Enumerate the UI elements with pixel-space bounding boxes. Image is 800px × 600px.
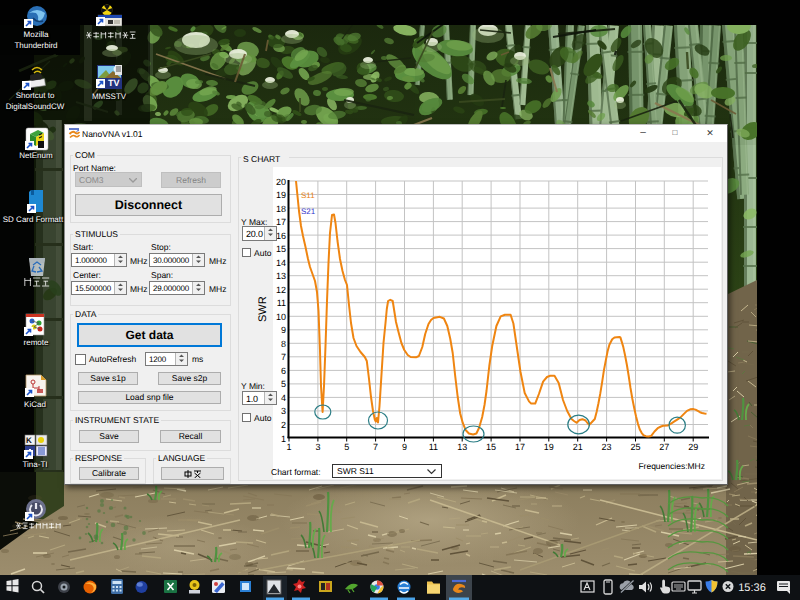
svg-text:S21: S21 bbox=[301, 207, 316, 216]
svg-text:17: 17 bbox=[515, 442, 525, 452]
svg-text:S CHART: S CHART bbox=[243, 156, 280, 164]
svg-text:11: 11 bbox=[277, 298, 286, 308]
svg-text:11: 11 bbox=[429, 442, 438, 452]
svg-text:3: 3 bbox=[315, 442, 320, 452]
svg-text:10: 10 bbox=[276, 312, 286, 322]
svg-text:12: 12 bbox=[276, 285, 286, 295]
svg-text:4: 4 bbox=[281, 393, 286, 403]
svg-text:21: 21 bbox=[573, 442, 583, 452]
svg-text:7: 7 bbox=[281, 352, 286, 362]
svg-text:1: 1 bbox=[281, 434, 286, 444]
svg-text:2: 2 bbox=[281, 420, 286, 430]
svg-text:5: 5 bbox=[281, 379, 286, 389]
svg-text:15: 15 bbox=[486, 442, 496, 452]
svg-text:1: 1 bbox=[286, 442, 291, 452]
svg-text:3: 3 bbox=[281, 406, 286, 416]
svg-text:9: 9 bbox=[402, 442, 407, 452]
svg-text:5: 5 bbox=[344, 442, 349, 452]
svg-text:9: 9 bbox=[281, 325, 286, 335]
svg-text:7: 7 bbox=[373, 442, 378, 452]
svg-text:23: 23 bbox=[602, 442, 612, 452]
svg-text:K: K bbox=[26, 436, 32, 445]
svg-text:29: 29 bbox=[688, 442, 698, 452]
svg-text:18: 18 bbox=[276, 204, 286, 214]
svg-text:S11: S11 bbox=[301, 191, 315, 200]
svg-text:16: 16 bbox=[276, 231, 286, 241]
svg-text:25: 25 bbox=[630, 442, 640, 452]
svg-text:Frequencies:MHz: Frequencies:MHz bbox=[638, 461, 705, 471]
svg-text:13: 13 bbox=[457, 442, 467, 452]
svg-text:19: 19 bbox=[276, 190, 286, 200]
svg-text:19: 19 bbox=[544, 442, 554, 452]
svg-text:6: 6 bbox=[281, 366, 286, 376]
svg-text:13: 13 bbox=[276, 271, 286, 281]
svg-text:15: 15 bbox=[276, 244, 286, 254]
svg-text:8: 8 bbox=[281, 339, 286, 349]
svg-text:27: 27 bbox=[659, 442, 669, 452]
svg-text:15:36: 15:36 bbox=[738, 582, 766, 594]
svg-text:TV: TV bbox=[108, 78, 120, 88]
svg-text:17: 17 bbox=[276, 217, 286, 227]
svg-text:20: 20 bbox=[276, 177, 286, 187]
svg-text:14: 14 bbox=[276, 258, 286, 268]
